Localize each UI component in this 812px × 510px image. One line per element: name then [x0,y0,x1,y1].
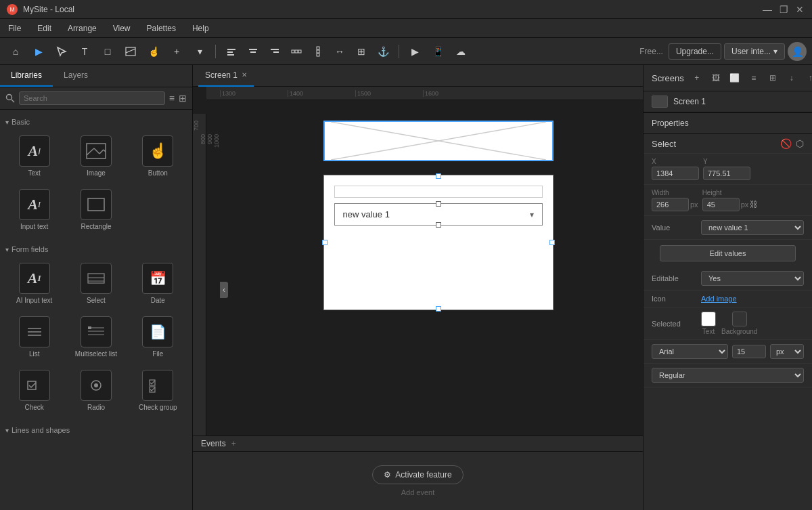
minimize-button[interactable]: — [762,4,773,15]
component-text[interactable]: AI Text [5,131,63,181]
component-button[interactable]: ☝ Button [129,131,187,181]
menu-help[interactable]: Help [189,24,212,33]
align-distribute-tool[interactable]: ⊞ [351,42,371,61]
x-input[interactable] [652,167,699,180]
canvas-tab-close[interactable]: ✕ [242,71,247,79]
value-select[interactable]: new value 1 [701,220,804,235]
user-mode-button[interactable]: User inte... ▾ [724,43,785,60]
handle-right[interactable] [549,240,555,245]
height-input[interactable] [702,198,740,211]
link-proportions-icon[interactable]: ⛓ [750,200,758,209]
play-tool[interactable]: ▶ [28,42,49,61]
align-left-tool[interactable] [221,42,242,61]
select-handle-bottom[interactable] [436,222,441,228]
component-select[interactable]: Select [67,259,125,308]
ai-input-icon: AI [19,263,50,294]
menu-view[interactable]: View [110,24,133,33]
publish-tool[interactable]: ☁ [451,42,471,61]
activate-feature-button[interactable]: ⚙ Activate feature [372,465,463,484]
radio-label: Radio [87,404,105,411]
component-rectangle[interactable]: Rectangle [67,185,125,234]
handle-top[interactable] [436,173,441,179]
text-color-swatch[interactable] [701,312,716,326]
mobile-tool[interactable]: 📱 [428,42,448,61]
anchor-tool[interactable]: ⚓ [373,42,393,61]
screen-item-1[interactable]: Screen 1 [644,91,812,112]
distribute-h-tool[interactable] [286,42,307,61]
canvas-content: new value 1 ▾ [240,121,636,310]
menu-file[interactable]: File [5,24,24,33]
screen-up-btn[interactable]: ↑ [803,70,812,85]
component-file[interactable]: 📄 File [129,312,187,362]
screen-down-btn[interactable]: ↓ [784,70,799,85]
align-center-tool[interactable] [243,42,263,61]
section-form-fields[interactable]: Form fields [5,242,187,259]
menu-edit[interactable]: Edit [35,24,54,33]
editable-select[interactable]: Yes [701,271,804,286]
home-tool[interactable]: ⌂ [5,42,26,61]
add-screen-button[interactable]: + [690,70,704,85]
font-size-unit-select[interactable]: px [770,344,804,359]
tab-layers[interactable]: Layers [53,65,99,87]
screen-list-btn[interactable]: ≡ [746,70,761,85]
hide-icon[interactable]: 🚫 [780,138,792,149]
component-ai-input[interactable]: AI AI Input text [5,259,63,308]
component-check[interactable]: Check [5,366,63,415]
align-right-tool[interactable] [265,42,285,61]
search-input[interactable] [19,91,165,105]
component-list[interactable]: List [5,312,63,362]
image-tool[interactable] [120,42,141,61]
text-tool[interactable]: T [74,42,95,61]
grid-view-icon[interactable]: ⊞ [179,93,187,104]
collapse-handle[interactable]: ‹ [220,282,228,298]
section-basic[interactable]: Basic [5,115,187,131]
component-input[interactable]: AI Input text [5,185,63,234]
arrow-tool[interactable] [51,42,72,61]
section-lines-shapes[interactable]: Lines and shapes [5,423,187,440]
list-view-icon[interactable]: ≡ [169,93,175,104]
tab-libraries[interactable]: Libraries [0,65,53,87]
app-icon: M [7,4,18,15]
canvas-tab-label: Screen 1 [205,70,238,80]
select-handle-top[interactable] [436,201,441,207]
component-date[interactable]: 📅 Date [129,259,187,308]
text-input-field[interactable] [334,186,543,198]
component-radio[interactable]: Radio [67,366,125,415]
add-dropdown[interactable]: ▾ [189,42,210,61]
font-size-input[interactable] [732,345,766,358]
add-event-plus[interactable]: + [231,439,236,448]
font-family-select[interactable]: Arial [652,344,728,359]
bg-color-swatch[interactable] [732,312,747,326]
resize-tool[interactable]: ↔ [330,42,350,61]
close-button[interactable]: ✕ [794,4,805,15]
add-image-link[interactable]: Add image [701,295,737,303]
width-input[interactable] [652,198,689,211]
font-weight-select[interactable]: Regular [652,368,804,383]
layer-icon[interactable]: ⬡ [796,138,804,149]
screen-grid-btn[interactable]: ⊞ [765,70,780,85]
preview-tool[interactable]: ▶ [405,42,425,61]
restore-button[interactable]: ❐ [778,4,789,15]
canvas-tab-screen1[interactable]: Screen 1 ✕ [198,65,254,87]
handle-left[interactable] [322,240,328,245]
add-tool[interactable]: + [166,42,187,61]
image-frame[interactable] [323,121,554,161]
component-check-group[interactable]: Check group [129,366,187,415]
menu-palettes[interactable]: Palettes [144,24,179,33]
upgrade-button[interactable]: Upgrade... [669,43,721,60]
interact-tool[interactable]: ☝ [143,42,164,61]
canvas-scroll[interactable]: ‹ › [220,114,643,435]
y-input[interactable] [703,167,750,180]
canvas-wrapper[interactable]: 1300 1400 1500 1600 700 800 900 1000 [193,87,643,435]
handle-bottom[interactable] [436,306,441,312]
select-frame[interactable]: new value 1 ▾ [323,175,554,310]
rect-tool[interactable]: □ [97,42,118,61]
screen-image-button[interactable]: 🖼 [708,70,723,85]
component-multiselect[interactable]: Multiselect list [67,312,125,362]
avatar[interactable]: 👤 [788,42,807,61]
menu-arrange[interactable]: Arrange [65,24,99,33]
edit-values-button[interactable]: Edit values [660,245,796,261]
distribute-v-tool[interactable] [308,42,328,61]
screen-action3[interactable]: ⬜ [727,70,742,85]
component-image[interactable]: Image [67,131,125,181]
